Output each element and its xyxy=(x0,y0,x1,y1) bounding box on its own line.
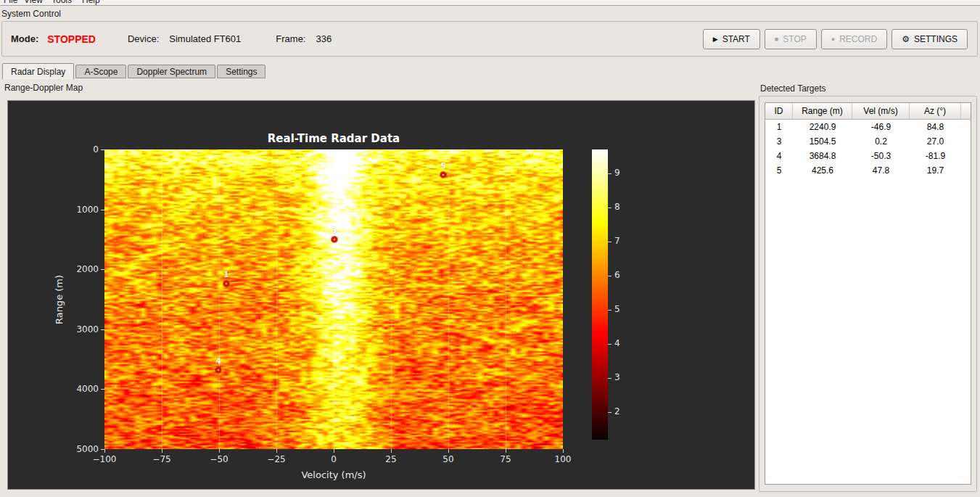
menu-item-tools[interactable]: Tools xyxy=(52,0,72,5)
colorbar-tick-label: 4 xyxy=(614,338,620,348)
stop-icon: ■ xyxy=(775,36,778,43)
tab-a-scope[interactable]: A-Scope xyxy=(75,65,126,78)
table-row[interactable]: 43684.8-50.3-81.9 xyxy=(765,149,971,163)
stop-button[interactable]: ■ STOP xyxy=(765,29,817,49)
y-tick-label: 0 xyxy=(67,144,99,155)
x-tick-label: 0 xyxy=(316,454,351,464)
tab-radar-display[interactable]: Radar Display xyxy=(2,63,74,79)
column-header[interactable]: ID xyxy=(765,103,793,120)
mode-label: Mode: xyxy=(11,33,38,44)
target-marker-label: 3 xyxy=(332,226,337,235)
x-tick-label: 50 xyxy=(431,454,466,464)
column-header[interactable]: Vel (m/s) xyxy=(852,103,910,120)
device-value: Simulated FT601 xyxy=(169,33,241,44)
x-tick-mark xyxy=(276,449,277,453)
system-control-group: Mode: STOPPED Device: Simulated FT601 Fr… xyxy=(1,21,978,57)
x-axis-label: Velocity (m/s) xyxy=(301,469,366,480)
x-tick-mark xyxy=(162,449,162,453)
frame-counter-value: 336 xyxy=(316,33,332,44)
stop-button-label: STOP xyxy=(783,34,806,44)
table-cell: 2240.9 xyxy=(793,120,852,134)
menu-item-help[interactable]: Help xyxy=(82,0,100,5)
targets-table-header: IDRange (m)Vel (m/s)Az (°) xyxy=(765,103,971,120)
x-tick-label: −50 xyxy=(202,454,236,464)
table-cell: 3 xyxy=(765,134,793,149)
mode-status-value: STOPPED xyxy=(47,33,96,45)
record-button-label: RECORD xyxy=(839,34,877,44)
target-marker-label: 1 xyxy=(223,270,229,279)
tab-doppler-spectrum[interactable]: Doppler Spectrum xyxy=(128,65,215,78)
tab-bar: Radar DisplayA-ScopeDoppler SpectrumSett… xyxy=(2,62,267,78)
table-cell: -50.3 xyxy=(852,149,910,163)
tab-settings[interactable]: Settings xyxy=(217,65,265,78)
column-header[interactable]: Az (°) xyxy=(910,103,961,120)
gear-icon: ⚙ xyxy=(902,34,910,44)
range-doppler-panel: Real-Time Radar Data Range (m) Velocity … xyxy=(7,100,755,490)
table-cell: 19.7 xyxy=(910,163,961,178)
y-tick-label: 4000 xyxy=(67,384,99,394)
y-tick-label: 2000 xyxy=(67,264,99,274)
table-cell: 47.8 xyxy=(852,163,910,178)
menu-item-view[interactable]: View xyxy=(24,0,43,5)
menu-bar: FileViewToolsHelp xyxy=(0,0,980,6)
colorbar-tick-mark xyxy=(608,208,612,208)
y-tick-mark xyxy=(101,389,104,390)
detected-targets-group-title: Detected Targets xyxy=(760,83,826,94)
table-cell: 4 xyxy=(765,149,793,163)
x-tick-mark xyxy=(334,449,334,453)
x-tick-mark xyxy=(448,449,449,453)
table-cell: 1 xyxy=(765,120,793,134)
status-row: Mode: STOPPED Device: Simulated FT601 Fr… xyxy=(11,22,332,56)
y-tick-mark xyxy=(101,210,104,210)
target-marker[interactable] xyxy=(223,281,229,287)
table-row[interactable]: 12240.9-46.984.8 xyxy=(765,120,971,134)
settings-button[interactable]: ⚙ SETTINGS xyxy=(892,29,968,49)
x-tick-mark xyxy=(391,449,392,453)
table-cell: -81.9 xyxy=(910,149,961,163)
y-tick-label: 3000 xyxy=(67,324,99,334)
target-marker[interactable] xyxy=(332,237,337,242)
x-tick-label: −75 xyxy=(144,454,179,464)
record-button[interactable]: ● RECORD xyxy=(821,29,887,49)
colorbar-tick-mark xyxy=(608,173,612,174)
y-tick-mark xyxy=(101,149,104,150)
record-icon: ● xyxy=(831,36,835,43)
target-marker[interactable] xyxy=(215,367,221,373)
y-tick-label: 1000 xyxy=(67,205,99,215)
table-cell: -46.9 xyxy=(852,120,910,134)
table-row[interactable]: 31504.50.227.0 xyxy=(765,134,971,149)
column-header[interactable]: Range (m) xyxy=(793,103,852,120)
x-tick-mark xyxy=(219,449,220,453)
range-doppler-heatmap[interactable] xyxy=(104,149,563,449)
targets-table-container[interactable]: IDRange (m)Vel (m/s)Az (°) 12240.9-46.98… xyxy=(765,102,971,485)
colorbar-tick-mark xyxy=(608,344,612,345)
x-tick-mark xyxy=(506,449,506,453)
table-cell: 84.8 xyxy=(910,120,961,134)
column-header-filler xyxy=(961,103,971,120)
target-marker[interactable] xyxy=(440,172,446,178)
table-cell: 1504.5 xyxy=(793,134,852,149)
x-tick-mark xyxy=(104,449,105,453)
colorbar-tick-mark xyxy=(608,242,612,242)
target-marker-label: 4 xyxy=(215,356,221,366)
colorbar-tick-label: 6 xyxy=(614,270,620,280)
colorbar-tick-label: 3 xyxy=(614,372,620,382)
frame-label: Frame: xyxy=(276,33,305,44)
start-button[interactable]: ▶ START xyxy=(703,29,760,49)
table-cell: 0.2 xyxy=(852,134,910,149)
table-cell xyxy=(961,120,971,134)
targets-table-body: 12240.9-46.984.831504.50.227.043684.8-50… xyxy=(765,120,971,178)
x-tick-label: −100 xyxy=(87,454,122,464)
x-tick-label: 25 xyxy=(374,454,408,464)
table-row[interactable]: 5425.647.819.7 xyxy=(765,163,971,178)
settings-button-label: SETTINGS xyxy=(914,34,958,44)
table-cell xyxy=(961,163,971,178)
colorbar-tick-mark xyxy=(608,412,612,413)
menu-item-file[interactable]: File xyxy=(4,0,17,5)
table-cell: 3684.8 xyxy=(793,149,852,163)
colorbar-tick-mark xyxy=(608,378,612,379)
control-buttons: ▶ START ■ STOP ● RECORD ⚙ SETTINGS xyxy=(703,29,968,49)
y-tick-label: 5000 xyxy=(67,444,99,454)
table-cell: 27.0 xyxy=(910,134,961,149)
x-tick-label: −25 xyxy=(259,454,294,464)
